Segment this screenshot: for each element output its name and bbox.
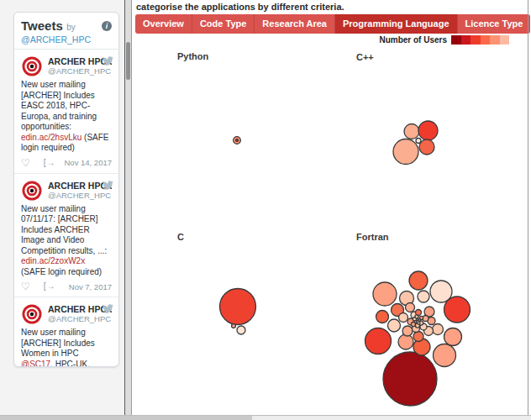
twitter-bird-icon <box>103 55 113 66</box>
tweet-header: ARCHER HPC Ser @ARCHER_HPC <box>21 303 112 325</box>
tweet-text-segment: New user mailing [ARCHER] Includes Women… <box>21 328 95 358</box>
main-content: categorise the applications by different… <box>133 0 528 415</box>
bubble[interactable] <box>416 139 421 144</box>
tweet-author-handle[interactable]: @ARCHER_HPC <box>48 66 112 76</box>
tweet: ARCHER HPC Ser @ARCHER_HPC New user mail… <box>14 174 118 298</box>
bubble[interactable] <box>365 328 392 354</box>
like-icon[interactable]: ♡ <box>21 158 30 168</box>
bubble[interactable] <box>388 319 401 332</box>
bubble[interactable] <box>399 313 408 323</box>
group-label-fortran: Fortran <box>356 232 389 242</box>
bubble[interactable] <box>376 311 389 323</box>
bubble[interactable] <box>383 352 437 406</box>
like-icon[interactable]: ♡ <box>21 281 30 291</box>
content-right-border <box>528 0 528 415</box>
twitter-sidebar: Tweets by i @ARCHER_HPC ARCHER HPC Ser @… <box>0 0 124 415</box>
tweet-list: ARCHER HPC Ser @ARCHER_HPC New user mail… <box>14 50 118 367</box>
group-label-python: Python <box>177 51 209 61</box>
bubble[interactable] <box>418 319 421 322</box>
bubble[interactable] <box>433 324 444 335</box>
tweet-text-segment: New user mailing 07/11/17: [ARCHER] Incl… <box>21 204 107 255</box>
bubble[interactable] <box>434 344 456 367</box>
tweets-by-label: by <box>66 23 76 32</box>
tweet-header: ARCHER HPC Ser @ARCHER_HPC <box>21 55 112 77</box>
tweet-text: New user mailing [ARCHER] Includes Women… <box>21 328 112 367</box>
tweet-text-segment: New user mailing [ARCHER] Includes EASC … <box>21 80 97 131</box>
avatar[interactable] <box>21 180 43 202</box>
bubble[interactable] <box>444 297 471 323</box>
bubble[interactable] <box>419 139 434 155</box>
page: Tweets by i @ARCHER_HPC ARCHER HPC Ser @… <box>0 0 531 420</box>
bubble[interactable] <box>409 271 428 290</box>
tweet-link[interactable]: edin.ac/2hsvLku <box>21 133 81 142</box>
bubble[interactable] <box>413 332 423 342</box>
bubble[interactable] <box>393 139 418 165</box>
avatar[interactable] <box>21 303 43 325</box>
bubble[interactable] <box>220 289 256 325</box>
scrollbar-thumb[interactable] <box>126 42 130 80</box>
bubble[interactable] <box>232 324 236 328</box>
horizontal-scrollbar-thumb[interactable] <box>0 416 252 420</box>
bubble-chart: PythonC++CFortran <box>133 0 528 415</box>
tweet-date[interactable]: Nov 14, 2017 <box>64 158 112 167</box>
horizontal-scrollbar[interactable] <box>0 415 531 420</box>
tweet-author-handle[interactable]: @ARCHER_HPC <box>48 191 112 200</box>
tweet-date[interactable]: Nov 7, 2017 <box>69 282 112 291</box>
twitter-bird-icon <box>103 180 113 191</box>
tweet-actions: ♡ [→ Nov 14, 2017 <box>21 158 112 168</box>
tweet-text: New user mailing [ARCHER] Includes EASC … <box>21 80 112 154</box>
tweets-title: Tweets <box>21 18 63 33</box>
bubble[interactable] <box>418 322 420 324</box>
bubble[interactable] <box>236 139 239 142</box>
bubble[interactable] <box>415 315 418 318</box>
twitter-timeline-widget: Tweets by i @ARCHER_HPC ARCHER HPC Ser @… <box>13 12 119 367</box>
twitter-widget-header: Tweets by i @ARCHER_HPC <box>14 13 118 50</box>
bubble[interactable] <box>418 121 438 140</box>
bubble[interactable] <box>402 326 413 336</box>
tweet-author-handle[interactable]: @ARCHER_HPC <box>48 314 112 323</box>
group-label-c-: C++ <box>356 52 374 62</box>
bubble[interactable] <box>237 326 245 334</box>
bubble[interactable] <box>406 303 415 312</box>
tweet: ARCHER HPC Ser @ARCHER_HPC New user mail… <box>14 50 118 174</box>
bubble[interactable] <box>404 124 419 139</box>
bubble[interactable] <box>373 282 397 306</box>
bubble[interactable] <box>416 318 418 320</box>
avatar[interactable] <box>21 55 43 77</box>
tweet-text: New user mailing 07/11/17: [ARCHER] Incl… <box>21 204 112 278</box>
bubble[interactable] <box>444 328 462 346</box>
tweet-header: ARCHER HPC Ser @ARCHER_HPC <box>21 180 112 202</box>
tweet-actions: ♡ [→ Nov 7, 2017 <box>21 281 112 291</box>
sidebar-vertical-scrollbar[interactable] <box>124 0 132 415</box>
tweet-text-segment: (SAFE login required) <box>21 267 102 276</box>
twitter-bird-icon <box>103 303 113 314</box>
bubble[interactable] <box>418 291 429 302</box>
tweet: ARCHER HPC Ser @ARCHER_HPC New user mail… <box>14 297 118 367</box>
group-label-c: C <box>177 232 184 242</box>
share-icon[interactable]: [→ <box>44 158 56 168</box>
account-handle-link[interactable]: @ARCHER_HPC <box>21 34 112 45</box>
tweet-link[interactable]: @SC17 <box>21 360 50 368</box>
info-icon[interactable]: i <box>102 21 112 31</box>
share-icon[interactable]: [→ <box>44 281 56 291</box>
bubble[interactable] <box>398 334 413 349</box>
tweet-link[interactable]: edin.ac/2zoxW2x <box>21 256 85 265</box>
